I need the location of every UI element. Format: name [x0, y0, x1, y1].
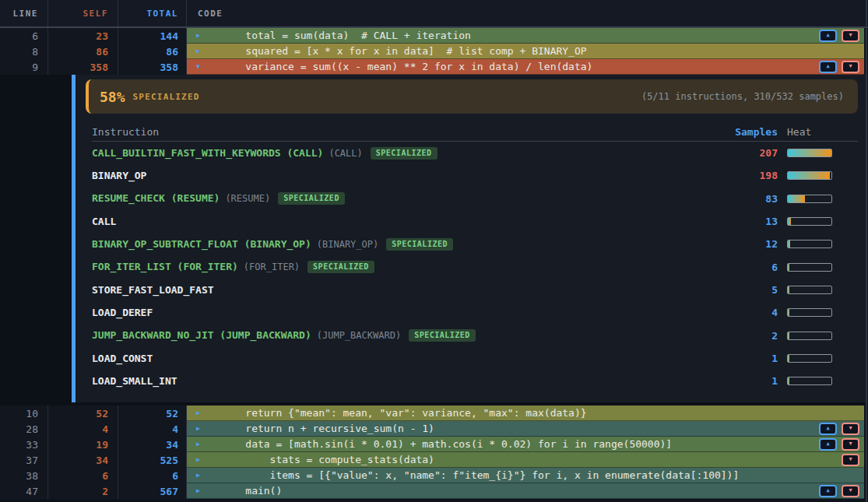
code-row-line-9: 9358358▼ variance = sum((x - mean) ** 2 … [0, 59, 868, 75]
vertical-scrollbar[interactable] [866, 0, 867, 502]
row-nav-buttons: ▲▼ [819, 61, 859, 73]
header-instruction: Instruction [92, 126, 722, 138]
line-number-cell: 33 [0, 437, 48, 452]
header-line-column: LINE [0, 0, 48, 26]
instruction-opcode-label: JUMP_BACKWARD_NO_JIT (JUMP_BACKWARD) [92, 329, 311, 341]
heat-bar [787, 332, 832, 340]
panel-body: 58% SPECIALIZED (5/11 instructions, 310/… [76, 75, 868, 405]
jump-down-button[interactable]: ▼ [842, 454, 859, 466]
instruction-table: Instruction Samples Heat CALL_BUILTIN_FA… [92, 123, 858, 392]
expand-arrow-icon[interactable]: ▶ [196, 472, 206, 479]
instruction-row: BINARY_OP_SUBTRACT_FLOAT (BINARY_OP)(BIN… [92, 233, 858, 255]
specialized-label: SPECIALIZED [133, 92, 200, 102]
self-samples-cell: 358 [48, 59, 118, 75]
samples-count: 1 [722, 353, 778, 364]
instruction-table-header: Instruction Samples Heat [92, 123, 858, 142]
code-rows-bottom: 105252▶ return {"mean": mean, "var": var… [0, 405, 868, 499]
table-header: LINE SELF TOTAL CODE [0, 0, 868, 28]
heat-bar-fill [788, 172, 830, 179]
instruction-row: JUMP_BACKWARD_NO_JIT (JUMP_BACKWARD)(JUM… [92, 324, 858, 346]
base-opcode-label: (JUMP_BACKWARD) [317, 330, 401, 341]
heat-bar-fill [788, 332, 789, 339]
source-code-text: return n + recursive_sum(n - 1) [221, 423, 434, 434]
code-cell[interactable]: ▶ return n + recursive_sum(n - 1)▲▼ [187, 421, 864, 437]
expand-arrow-icon[interactable]: ▶ [196, 47, 206, 54]
instruction-name: LOAD_CONST [92, 353, 722, 364]
base-opcode-label: (CALL) [329, 148, 362, 159]
instruction-name: BINARY_OP_SUBTRACT_FLOAT (BINARY_OP)(BIN… [92, 238, 722, 251]
code-cell[interactable]: ▶ return {"mean": mean, "var": variance,… [187, 405, 864, 421]
code-row-line-37: 3734525▶ stats = compute_stats(data)▼ [0, 452, 868, 468]
jump-down-button[interactable]: ▼ [842, 61, 859, 73]
heat-bar [787, 354, 832, 363]
samples-count: 83 [722, 193, 778, 205]
header-heat: Heat [787, 126, 832, 138]
code-cell[interactable]: ▶ items = [{"value": x, "name": f"item_{… [187, 468, 864, 483]
source-code-text: variance = sum((x - mean) ** 2 for x in … [221, 61, 592, 72]
heat-bar [787, 149, 832, 157]
base-opcode-label: (FOR_ITER) [244, 262, 300, 272]
expand-arrow-icon[interactable]: ▶ [196, 487, 206, 494]
total-samples-cell: 4 [118, 421, 187, 437]
expand-arrow-icon[interactable]: ▶ [196, 441, 206, 448]
heat-bar-fill [788, 355, 789, 362]
samples-count: 13 [722, 216, 778, 227]
specialized-badge: SPECIALIZED [409, 329, 476, 342]
collapse-arrow-icon[interactable]: ▼ [196, 63, 206, 70]
expand-arrow-icon[interactable]: ▶ [196, 425, 206, 432]
source-code-text: return {"mean": mean, "var": variance, "… [221, 407, 587, 419]
line-number-cell: 6 [0, 28, 48, 44]
jump-up-button[interactable]: ▲ [819, 438, 837, 451]
jump-down-button[interactable]: ▼ [842, 30, 859, 42]
self-samples-cell: 86 [48, 44, 118, 59]
jump-up-button[interactable]: ▲ [819, 30, 837, 42]
jump-down-button[interactable]: ▼ [842, 485, 859, 497]
code-cell[interactable]: ▶ stats = compute_stats(data)▼ [187, 452, 864, 468]
instruction-opcode-label: LOAD_CONST [92, 353, 153, 364]
source-code-text: data = [math.sin(i * 0.01) + math.cos(i … [221, 438, 672, 450]
base-opcode-label: (RESUME) [225, 193, 270, 204]
line-number-cell: 47 [0, 483, 48, 499]
specialized-badge: SPECIALIZED [371, 147, 438, 160]
source-code-text: stats = compute_stats(data) [221, 454, 434, 465]
heat-bar-fill [788, 149, 831, 156]
heat-bar [787, 308, 832, 317]
instruction-sample-note: (5/11 instructions, 310/532 samples) [641, 91, 844, 102]
code-row-line-38: 3866▶ items = [{"value": x, "name": f"it… [0, 468, 868, 483]
row-nav-buttons: ▲▼ [819, 485, 859, 497]
heat-bar [787, 263, 832, 272]
jump-down-button[interactable]: ▼ [842, 423, 859, 435]
self-samples-cell: 34 [48, 452, 118, 468]
instruction-opcode-label: LOAD_SMALL_INT [92, 375, 177, 387]
row-nav-buttons: ▲▼ [819, 438, 859, 451]
samples-count: 1 [722, 375, 778, 387]
specialized-badge: SPECIALIZED [278, 192, 345, 205]
jump-up-button[interactable]: ▲ [819, 423, 837, 435]
total-samples-cell: 34 [118, 437, 187, 452]
instruction-row: LOAD_SMALL_INT1 [92, 370, 858, 392]
row-nav-buttons: ▲▼ [819, 423, 859, 435]
total-samples-cell: 358 [118, 59, 187, 75]
expand-arrow-icon[interactable]: ▶ [196, 32, 206, 39]
jump-down-button[interactable]: ▼ [842, 438, 859, 451]
code-cell[interactable]: ▶ total = sum(data) # CALL + iteration▲▼ [187, 28, 864, 44]
jump-up-button[interactable]: ▲ [819, 485, 837, 497]
code-cell[interactable]: ▶ squared = [x * x for x in data] # list… [187, 44, 864, 59]
header-self-column: SELF [48, 0, 118, 26]
expand-arrow-icon[interactable]: ▶ [196, 456, 206, 463]
instruction-name: LOAD_SMALL_INT [92, 375, 722, 387]
code-cell[interactable]: ▶ main()▲▼ [187, 483, 864, 499]
code-cell[interactable]: ▶ data = [math.sin(i * 0.01) + math.cos(… [187, 437, 864, 452]
total-samples-cell: 52 [118, 405, 187, 421]
expand-arrow-icon[interactable]: ▶ [196, 409, 206, 416]
code-cell[interactable]: ▼ variance = sum((x - mean) ** 2 for x i… [187, 59, 864, 75]
total-samples-cell: 144 [118, 28, 187, 44]
total-samples-cell: 6 [118, 468, 187, 483]
total-samples-cell: 86 [118, 44, 187, 59]
instruction-opcode-label: CALL_BUILTIN_FAST_WITH_KEYWORDS (CALL) [92, 147, 323, 159]
line-number-cell: 10 [0, 405, 48, 421]
jump-up-button[interactable]: ▲ [819, 61, 837, 73]
instruction-rows: CALL_BUILTIN_FAST_WITH_KEYWORDS (CALL)(C… [92, 142, 858, 392]
instruction-opcode-label: CALL [92, 216, 116, 227]
instruction-row: FOR_ITER_LIST (FOR_ITER)(FOR_ITER)SPECIA… [92, 255, 858, 278]
